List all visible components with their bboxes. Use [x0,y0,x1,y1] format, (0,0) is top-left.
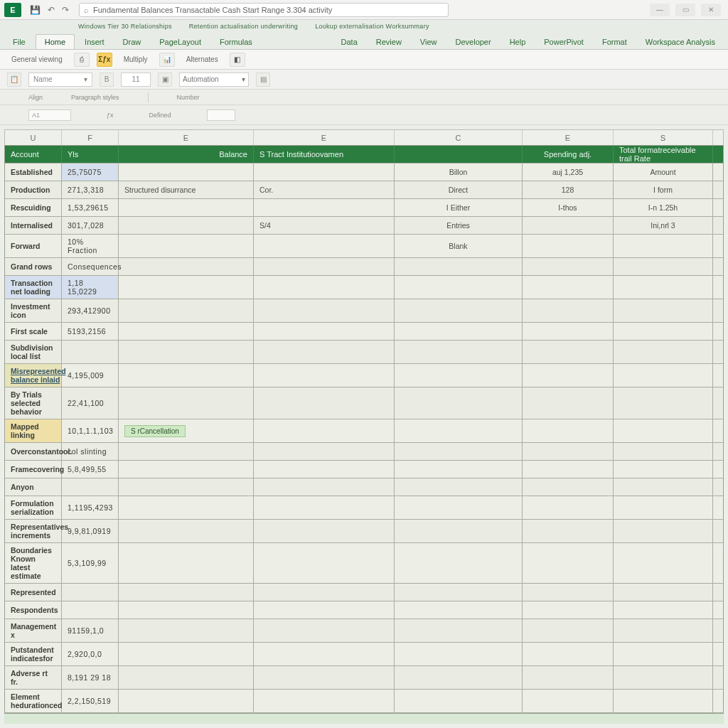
cell[interactable] [523,217,614,234]
cell[interactable] [395,276,523,299]
cell[interactable]: 4,195,009 [62,364,119,387]
table-row[interactable]: Representatives increments9,9,81,0919 [5,519,723,542]
layout-icon[interactable]: ◧ [230,53,245,67]
table-row[interactable]: Respondents [5,601,723,619]
grid[interactable]: Account Yls Balance S Tract Institutioov… [4,145,724,714]
cell[interactable] [614,276,713,299]
cell[interactable] [614,643,713,665]
tab-formulas[interactable]: Formulas [211,35,261,49]
cell[interactable] [523,443,614,460]
cell[interactable] [395,258,523,275]
cell[interactable]: Misrepresented balance inlaid [5,364,62,387]
redo-icon[interactable]: ↷ [62,5,69,15]
cell[interactable] [523,299,614,322]
cell[interactable]: By Trials selected behavior [5,387,62,419]
cell[interactable]: Representatives increments [5,520,62,542]
cell[interactable]: Cor. [254,181,395,198]
bold-icon[interactable]: B [100,73,114,87]
cell[interactable]: 5,8,499,55 [62,461,119,478]
tab-analysis[interactable]: Workspace Analysis [637,35,724,49]
cell[interactable] [62,341,119,363]
table-row[interactable]: Represented [5,583,723,601]
cell[interactable] [523,496,614,519]
cell[interactable] [395,584,523,601]
cell[interactable]: Overconstantool. [5,443,62,460]
cell[interactable] [254,299,395,322]
table-row[interactable]: First scale5193,2156 [5,322,723,340]
cell[interactable]: Established [5,164,62,181]
cell[interactable] [62,601,119,619]
cell[interactable] [523,601,614,619]
table-row[interactable]: Element hedurationced2,2,150,519 [5,689,723,712]
cell[interactable] [119,164,254,181]
cell[interactable]: 1,53,29615 [62,199,119,216]
cell[interactable]: Ini,nrl 3 [614,217,713,234]
col-header[interactable]: E [254,130,395,145]
cell[interactable] [614,619,713,642]
cell[interactable]: 128 [523,181,614,198]
cell[interactable]: Respondents [5,601,62,619]
cell[interactable]: Billon [395,164,523,181]
tab-insert[interactable]: Insert [76,35,113,49]
cell[interactable] [119,387,254,419]
cell[interactable]: Grand rows [5,258,62,275]
cell[interactable] [614,258,713,275]
cell[interactable] [614,543,713,583]
fill-color-icon[interactable]: ▣ [158,73,172,87]
tab-developer[interactable]: Developer [447,35,500,49]
cell[interactable] [395,543,523,583]
cell[interactable] [395,666,523,689]
table-row[interactable]: Framecovering5,8,499,55 [5,460,723,478]
cell[interactable]: Transaction net loading [5,276,62,299]
table-row[interactable]: Misrepresented balance inlaid4,195,009 [5,363,723,387]
cell[interactable] [523,419,614,442]
cell[interactable]: 9,9,81,0919 [62,520,119,542]
cell[interactable] [254,258,395,275]
save-icon[interactable]: 💾 [30,5,41,15]
cell[interactable] [254,461,395,478]
table-row[interactable]: Transaction net loading1,18 15,0229 [5,275,723,299]
tab-file[interactable]: File [4,35,34,49]
cell[interactable]: Putstandent indicatesfor [5,643,62,665]
cell[interactable] [254,443,395,460]
cell[interactable] [119,461,254,478]
cell[interactable] [119,643,254,665]
cell[interactable]: auj 1,235 [523,164,614,181]
cell[interactable] [614,496,713,519]
cell[interactable] [254,341,395,363]
tab-draw[interactable]: Draw [114,35,150,49]
cell[interactable] [62,584,119,601]
cell[interactable] [254,276,395,299]
cell[interactable]: Subdivision local list [5,341,62,363]
cell[interactable]: Rescuiding [5,199,62,216]
cell[interactable] [119,478,254,496]
cell[interactable] [254,643,395,665]
col-header[interactable]: U [5,130,62,145]
cell[interactable] [614,235,713,257]
autosum-button[interactable]: Σƒx [97,53,112,67]
cell[interactable] [614,387,713,419]
cell[interactable] [395,520,523,542]
cell[interactable]: I form [614,181,713,198]
cell[interactable] [614,323,713,340]
table-row[interactable]: Investment icon293,412900 [5,299,723,322]
cell[interactable]: 25,75075 [62,164,119,181]
formula-extra-box[interactable] [207,109,235,121]
cell[interactable]: 91159,1,0 [62,619,119,642]
fx-icon[interactable]: ƒx [107,112,114,119]
col-header[interactable]: S [614,130,713,145]
cell[interactable]: Blank [395,235,523,257]
print-icon[interactable]: ⎙ [74,53,90,67]
cell[interactable] [395,643,523,665]
cell[interactable] [614,461,713,478]
cell[interactable]: I-thos [523,199,614,216]
cell[interactable] [395,323,523,340]
cell[interactable]: Internalised [5,217,62,234]
cell[interactable]: Anyon [5,478,62,496]
col-header[interactable]: E [119,130,254,145]
tab-help[interactable]: Help [501,35,535,49]
cell[interactable] [395,364,523,387]
cell[interactable] [523,461,614,478]
cell[interactable] [395,478,523,496]
cell[interactable] [523,276,614,299]
